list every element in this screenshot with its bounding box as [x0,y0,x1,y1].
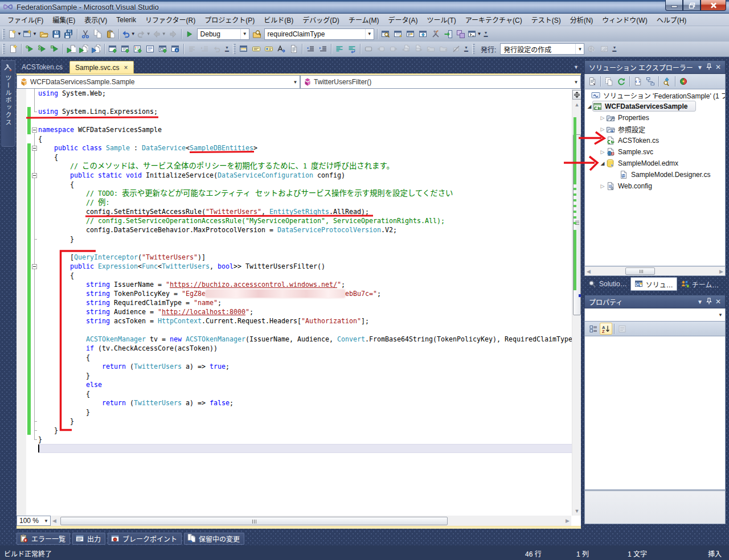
display-parameter-info-button[interactable] [250,43,263,55]
display-quick-info-button[interactable] [263,43,275,55]
save-all-button[interactable] [63,28,75,40]
toolbar-overflow[interactable]: ▼▬ [224,43,230,55]
pending-changes-tab[interactable]: 保留中の変更 [184,533,244,545]
webconfig-node[interactable]: ▷Web.config [585,180,725,192]
se-scroll-left-icon[interactable]: ◀ [585,269,592,274]
menu-アーキテクチャC[interactable]: アーキテクチャ(C) [461,13,527,26]
properties-node[interactable]: ▷Properties [585,112,725,123]
menu-ツールT[interactable]: ツール(T) [423,13,461,26]
debug-all-tests-button[interactable] [77,43,90,55]
find-in-files-button[interactable] [379,28,392,40]
toolbar-overflow[interactable]: ▼▬ [611,43,617,55]
scroll-left-icon[interactable]: ◀ [51,518,58,524]
expand-arrow-icon[interactable]: ▷ [599,126,606,132]
expand-arrow-icon[interactable]: ▷ [599,149,606,155]
designer-node[interactable]: SampleModel.Designer.cs [585,169,725,180]
collapse-arrow-icon[interactable]: ◢ [599,160,606,166]
menu-ウィンドウW[interactable]: ウィンドウ(W) [597,13,652,26]
collapse-box-icon[interactable] [32,146,37,151]
view-in-object-browser-button[interactable] [677,75,690,88]
toolbar-grip[interactable] [233,44,236,54]
debug-selected-tests-button[interactable] [90,43,103,55]
toolbar-overflow[interactable]: ▼▬ [463,43,469,55]
object-combo-dropdown-icon[interactable]: ▼ [716,312,725,318]
solution-configurations-combo[interactable]: Debug▼ [197,28,249,40]
breakpoints-tab[interactable]: ブレークポイント [108,533,182,545]
clear-bookmarks-button[interactable] [450,43,462,55]
menu-プロジェクトP[interactable]: プロジェクト(P) [200,13,259,26]
comment-selection-button[interactable] [333,43,346,55]
restore-button[interactable] [683,0,701,11]
object-browser-button[interactable] [417,28,429,40]
menu-ビルドB[interactable]: ビルド(B) [259,13,298,26]
display-word-completion-button[interactable] [275,43,288,55]
window-position-icon[interactable]: ▼ [695,64,705,71]
menu-デバッグD[interactable]: デバッグ(D) [298,13,344,26]
menu-チームM[interactable]: チーム(M) [344,13,384,26]
solution-configurations-dropdown-icon[interactable]: ▼ [240,29,249,39]
extension-manager-button[interactable] [454,28,467,40]
scroll-down-icon[interactable]: ▼ [572,507,581,516]
code-coverage-results-button[interactable] [144,43,157,55]
add-new-item-button[interactable]: ▼ [22,28,38,40]
splitter-handle[interactable] [572,90,581,100]
tab-close-icon[interactable]: × [124,65,128,71]
menu-リファクターR[interactable]: リファクター(R) [141,13,200,26]
acstoken-node[interactable]: ACSToken.cs [585,135,725,146]
prop-pin-icon[interactable] [705,298,714,306]
document-tab-ACSToken-cs[interactable]: ACSToken.cs [17,61,68,73]
zoom-combo[interactable]: 100 % ▼ [17,516,51,526]
test-list-editor-button[interactable] [119,43,132,55]
increase-indent-button[interactable] [317,43,329,55]
document-tab-Sample-svc-cs[interactable]: Sample.svc.cs× [69,61,134,73]
toolbar-grip[interactable] [2,29,5,39]
new-project-dropdown-icon[interactable]: ▼ [17,31,22,36]
alphabetical-button[interactable]: AZ [600,323,612,335]
cut-button[interactable] [79,28,92,40]
test-impact-view-button[interactable] [169,43,182,55]
new-test-button[interactable] [7,43,19,55]
test-view-button[interactable] [107,43,119,55]
output-tab[interactable]: 出力 [72,533,105,545]
publish-profile-dropdown-icon[interactable]: ▼ [575,44,584,54]
refresh-button[interactable] [615,75,628,88]
horizontal-scroll-track[interactable] [58,516,564,526]
test-results-button[interactable] [132,43,144,55]
redo-button[interactable]: ▼ [136,28,151,40]
menu-ヘルプH[interactable]: ヘルプ(H) [652,13,691,26]
previous-bookmark-in-document-button[interactable] [400,43,412,55]
expand-arrow-icon[interactable]: ▷ [599,115,606,121]
property-pages-button[interactable] [616,323,629,335]
publish-web-button[interactable] [585,43,598,55]
toolbox-tab[interactable]: ツールボックス [1,60,15,147]
sample-svc-node[interactable]: ▷Sample.svc [585,146,725,158]
object-combo[interactable]: ▼ [584,308,726,322]
menu-Telerik[interactable]: Telerik [112,14,141,26]
undo-format-button[interactable] [211,43,223,55]
expand-arrow-icon[interactable]: ▷ [599,183,606,189]
scroll-up-icon[interactable]: ▲ [572,100,581,109]
types-combo-dropdown-icon[interactable]: ▼ [291,76,300,88]
next-bookmark-button[interactable] [387,43,400,55]
find-text-combo[interactable]: requiredClaimType▼ [264,28,374,40]
toolbar-grip[interactable] [2,44,5,54]
toggle-bookmark-button[interactable] [362,43,375,55]
collapse-box-icon[interactable] [32,127,37,133]
uncomment-selection-button[interactable] [346,43,358,55]
format-document-button[interactable] [186,43,198,55]
project-node[interactable]: ◢WCFDataServicesSample [585,101,725,112]
types-combo[interactable]: WCFDataServicesSample.Sample ▼ [17,75,300,89]
new-project-button[interactable]: ▼ [7,28,22,40]
navigate-backward-dropdown-icon[interactable]: ▼ [162,31,166,36]
samplemodel-node[interactable]: ◢SampleModel.edmx [585,158,725,169]
start-debugging-button[interactable] [183,28,196,40]
editor-vertical-scrollbar[interactable]: ▲ ▼ [572,89,581,516]
properties-window-button[interactable] [392,28,404,40]
solution-explorer-tab[interactable]: ソリュ… [630,277,677,291]
run-tests-in-context-button[interactable] [23,43,36,55]
minimize-button[interactable] [665,0,683,11]
class-view-button[interactable] [661,75,673,88]
edit-publish-settings-button[interactable] [598,43,611,55]
run-selected-tests-button[interactable] [48,43,61,55]
find-button[interactable] [251,28,263,40]
